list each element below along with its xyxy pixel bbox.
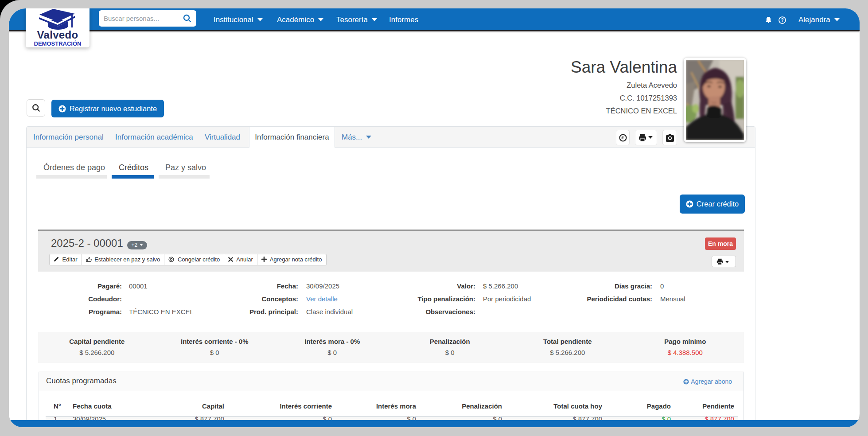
svg-text:?: ? bbox=[781, 18, 783, 23]
